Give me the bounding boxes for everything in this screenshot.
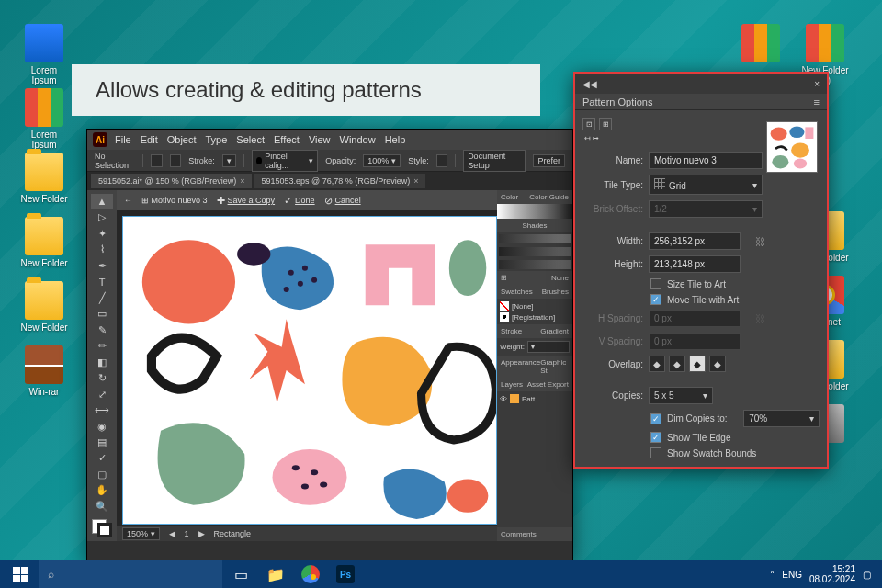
menu-effect[interactable]: Effect <box>274 134 300 145</box>
name-input[interactable] <box>649 152 763 169</box>
back-icon[interactable]: ← <box>124 196 132 205</box>
menu-edit[interactable]: Edit <box>141 134 158 145</box>
fill-stroke-swatch[interactable] <box>92 519 112 537</box>
desktop-icon[interactable]: New Folder <box>18 153 70 204</box>
menu-select[interactable]: Select <box>236 134 265 145</box>
desktop-icon[interactable]: Lorem Ipsum <box>18 88 70 150</box>
close-icon[interactable]: × <box>413 176 418 186</box>
stroke-swatch[interactable] <box>170 154 181 167</box>
sizetile-checkbox[interactable] <box>650 278 662 289</box>
height-input[interactable] <box>649 255 741 273</box>
type-tool[interactable]: T <box>91 274 113 288</box>
zoom-tool[interactable]: 🔍 <box>91 499 113 514</box>
chrome-button[interactable] <box>294 560 327 588</box>
task-view-button[interactable]: ▭ <box>224 560 257 588</box>
showtile-label: Show Tile Edge <box>667 433 731 443</box>
close-icon[interactable]: × <box>814 79 820 89</box>
style-swatch[interactable] <box>436 154 447 167</box>
tile-icon[interactable]: ⊞ <box>599 118 612 130</box>
lasso-tool[interactable]: ⌇ <box>91 242 113 256</box>
collapse-icon[interactable]: ◀◀ <box>582 79 597 89</box>
menu-object[interactable]: Object <box>167 134 197 145</box>
canvas[interactable] <box>122 216 497 525</box>
brush-dropdown[interactable]: Pincel calig... ▾ <box>252 150 319 172</box>
svg-point-13 <box>447 479 489 512</box>
pencil-tool[interactable]: ✏ <box>91 338 113 353</box>
copies-dropdown[interactable]: 5 x 5▾ <box>649 387 713 404</box>
tile-icon[interactable]: ⊡ <box>582 118 595 130</box>
panel-header[interactable]: ◀◀ × <box>575 74 827 94</box>
menu-view[interactable]: View <box>309 134 331 145</box>
save-copy-button[interactable]: ✚Save a Copy <box>217 195 276 207</box>
overlap-bottom-button[interactable]: ◆ <box>709 356 726 372</box>
desktop-icon[interactable]: Lorem Ipsum <box>18 24 70 85</box>
panel-tab[interactable]: Pattern Options≡ <box>575 94 827 110</box>
cancel-button[interactable]: ⊘Cancel <box>324 195 361 207</box>
doc-setup-button[interactable]: Document Setup <box>463 150 526 172</box>
search-input[interactable]: ⌕ <box>39 560 222 588</box>
preferences-button[interactable]: Prefer <box>533 154 565 167</box>
shape-builder-tool[interactable]: ◉ <box>91 419 113 434</box>
svg-point-10 <box>301 483 309 489</box>
overlap-label: Overlap: <box>582 359 643 369</box>
direct-select-tool[interactable]: ▷ <box>91 209 113 224</box>
desktop-icon[interactable]: New Folder <box>18 281 70 333</box>
zoom-dropdown[interactable]: 150% ▾ <box>122 527 160 540</box>
showswatch-checkbox[interactable] <box>650 447 662 458</box>
taskbar: ⌕ ▭ 📁 Ps ˄ ENG 15:21 08.02.2024 ▢ <box>0 560 882 588</box>
done-button[interactable]: ✓Done <box>284 195 315 207</box>
overlap-top-button[interactable]: ◆ <box>689 356 706 372</box>
dimcopies-dropdown[interactable]: 70%▾ <box>743 410 820 427</box>
width-input[interactable] <box>649 232 741 250</box>
fill-swatch[interactable] <box>151 154 162 167</box>
photoshop-button[interactable]: Ps <box>329 560 362 588</box>
panel-menu-icon[interactable]: ≡ <box>814 96 820 107</box>
movetile-checkbox[interactable]: ✓ <box>650 294 662 305</box>
gradient-tool[interactable]: ▤ <box>91 435 113 449</box>
eyedropper-tool[interactable]: ✓ <box>91 451 113 466</box>
system-tray[interactable]: ˄ ENG 15:21 08.02.2024 ▢ <box>763 564 878 584</box>
menu-help[interactable]: Help <box>385 134 406 145</box>
line-tool[interactable]: ╱ <box>91 290 113 305</box>
desktop-icon[interactable] <box>735 24 786 65</box>
nav-icon[interactable]: ◀ <box>169 529 175 538</box>
overlap-left-button[interactable]: ◆ <box>649 356 665 372</box>
pen-tool[interactable]: ✒ <box>91 258 113 273</box>
dimcopies-label: Dim Copies to: <box>667 413 728 424</box>
ai-titlebar[interactable]: Ai File Edit Object Type Select Effect V… <box>87 130 572 150</box>
close-icon[interactable]: × <box>240 176 244 186</box>
rectangle-tool[interactable]: ▭ <box>91 306 113 321</box>
start-button[interactable] <box>4 560 37 588</box>
menu-type[interactable]: Type <box>206 134 228 145</box>
desktop-icon[interactable]: Win-rar <box>18 345 70 397</box>
selection-tool[interactable]: ▲ <box>91 194 113 209</box>
nav-icon[interactable]: ▶ <box>198 529 205 538</box>
eraser-tool[interactable]: ◧ <box>91 355 113 369</box>
notification-icon[interactable]: ▢ <box>863 570 871 580</box>
tray-expand-icon[interactable]: ˄ <box>770 570 775 580</box>
menu-file[interactable]: File <box>115 134 131 145</box>
file-explorer-button[interactable]: 📁 <box>259 560 292 588</box>
tiletype-dropdown[interactable]: Grid▾ <box>649 175 763 195</box>
doc-tab[interactable]: 5915053.eps @ 76,78 % (RGB/Preview)× <box>254 174 425 188</box>
showtile-checkbox[interactable]: ✓ <box>650 432 662 443</box>
tool-label: Rectangle <box>214 529 252 538</box>
artboard-tool[interactable]: ▢ <box>91 467 113 481</box>
height-label: Height: <box>582 259 643 269</box>
scale-tool[interactable]: ⤢ <box>91 387 113 401</box>
link-icon[interactable]: ⛓ <box>753 235 766 248</box>
opacity-dropdown[interactable]: 100% ▾ <box>363 154 401 167</box>
svg-point-5 <box>284 287 289 292</box>
language-indicator[interactable]: ENG <box>782 570 802 580</box>
width-tool[interactable]: ⟷ <box>91 402 113 417</box>
stroke-weight-dropdown[interactable]: ▾ <box>222 154 236 167</box>
brush-tool[interactable]: ✎ <box>91 322 113 337</box>
dimcopies-checkbox[interactable]: ✓ <box>650 413 662 424</box>
hand-tool[interactable]: ✋ <box>91 483 113 498</box>
overlap-right-button[interactable]: ◆ <box>669 356 685 372</box>
rotate-tool[interactable]: ↻ <box>91 370 113 385</box>
magic-wand-tool[interactable]: ✦ <box>91 226 113 241</box>
desktop-icon[interactable]: New Folder <box>18 217 70 268</box>
menu-window[interactable]: Window <box>340 134 376 145</box>
doc-tab[interactable]: 5915052.ai* @ 150 % (RGB/Preview)× <box>91 174 252 188</box>
